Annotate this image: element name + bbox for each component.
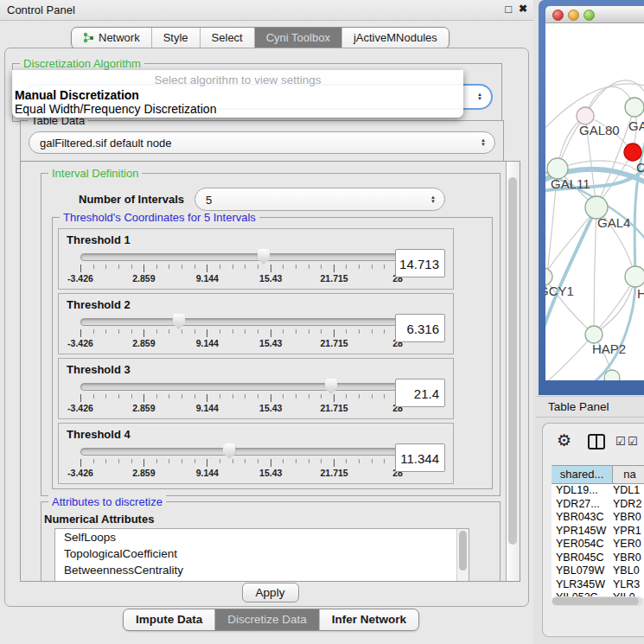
scrollbar-thumb[interactable] xyxy=(552,597,639,605)
network-graph[interactable]: GAL80GACGAL11GAL4GCY1HHAP2 xyxy=(545,23,644,380)
scrollbar-thumb[interactable] xyxy=(459,531,467,571)
tab-select[interactable]: Select xyxy=(200,28,254,48)
table-row[interactable]: YBR043C YBR0 xyxy=(552,511,644,525)
close-traffic-light[interactable] xyxy=(552,10,564,21)
threshold-panel: Threshold 2 -3.426 xyxy=(58,293,454,354)
tick-label: 2.859 xyxy=(132,403,155,413)
table-row[interactable]: YDR27... YDR2 xyxy=(552,498,644,512)
svg-text:GAL80: GAL80 xyxy=(579,123,620,137)
tab-cyni-toolbox[interactable]: Cyni Toolbox xyxy=(254,28,341,48)
settings-vertical-scrollbar[interactable] xyxy=(506,162,520,581)
threshold-panel: Threshold 4 -3.426 xyxy=(58,423,454,484)
table-cell: YPR145W xyxy=(552,525,613,539)
table-cell: YLR3 xyxy=(613,578,644,592)
number-of-intervals-combobox[interactable]: 5 ▲▼ xyxy=(194,188,445,211)
combo-value: 5 xyxy=(206,193,212,206)
apply-button[interactable]: Apply xyxy=(242,583,299,603)
threshold-slider[interactable]: -3.426 2.859 9.144 15.43 xyxy=(80,448,398,478)
slider-track[interactable] xyxy=(80,253,398,261)
threshold-label: Threshold 3 xyxy=(67,363,131,376)
tick-label: 15.43 xyxy=(259,273,282,284)
tab-discretize-data[interactable]: Discretize Data xyxy=(214,609,319,630)
network-canvas[interactable]: GAL80GACGAL11GAL4GCY1HHAP2 xyxy=(545,23,644,380)
control-panel-window: Control Panel □ ✖ Network Style Select C… xyxy=(0,0,536,644)
slider-thumb[interactable] xyxy=(172,314,185,329)
window-title: Control Panel xyxy=(7,3,75,16)
tab-label: jActiveMNodules xyxy=(354,31,437,44)
attribute-list-item[interactable]: BetweennessCentrality xyxy=(55,562,469,578)
tab-label: Network xyxy=(99,31,140,44)
tab-style[interactable]: Style xyxy=(151,28,200,48)
gear-icon[interactable]: ⚙ xyxy=(557,432,571,450)
threshold-slider[interactable]: -3.426 2.859 9.144 15.43 xyxy=(80,318,398,348)
slider-thumb[interactable] xyxy=(324,379,337,394)
threshold-value-field[interactable]: 6.316 xyxy=(395,314,445,342)
dropdown-option[interactable]: Equal Width/Frequency Discretization xyxy=(15,102,461,116)
svg-text:GAL11: GAL11 xyxy=(551,176,590,191)
table-panel: ⚙ ☑ ☑ shared... na YDL19... YDL1 xyxy=(542,423,644,637)
dropdown-option[interactable]: Manual Discretization xyxy=(15,88,461,102)
threshold-value-field[interactable]: 14.713 xyxy=(395,249,445,277)
checkbox-icon[interactable]: ☑ xyxy=(628,435,638,448)
checkbox-icon[interactable]: ☑ xyxy=(615,435,626,448)
close-window-icon[interactable]: ✖ xyxy=(519,3,527,15)
threshold-value-field[interactable]: 11.344 xyxy=(395,443,445,472)
threshold-slider[interactable]: -3.426 2.859 9.144 15.43 xyxy=(80,253,398,284)
slider-tick-labels: -3.426 2.859 9.144 15.43 xyxy=(80,468,398,478)
slider-tick-labels: -3.426 2.859 9.144 15.43 xyxy=(80,338,398,348)
table-cell: YBR0 xyxy=(613,511,644,525)
table-row[interactable]: YBR045C YBR0 xyxy=(552,552,644,565)
attributes-list-scrollbar[interactable] xyxy=(456,529,469,582)
tab-impute-data[interactable]: Impute Data xyxy=(124,609,214,630)
slider-tick-labels: -3.426 2.859 9.144 15.43 xyxy=(80,273,398,284)
table-row[interactable]: YER054C YER0 xyxy=(552,538,644,552)
threshold-value-field[interactable]: 21.4 xyxy=(395,379,445,407)
tick-label: -3.426 xyxy=(67,403,93,413)
tab-infer-network[interactable]: Infer Network xyxy=(319,609,418,630)
zoom-traffic-light[interactable] xyxy=(583,10,595,21)
slider-thumb[interactable] xyxy=(223,443,236,459)
tab-jactivemnodules[interactable]: jActiveMNodules xyxy=(341,28,449,48)
table-row[interactable]: YPR145W YPR1 xyxy=(552,525,644,539)
threshold-slider[interactable]: -3.426 2.859 9.144 15.43 xyxy=(80,383,398,413)
slider-track[interactable] xyxy=(80,383,398,391)
table-cell: YER0 xyxy=(613,538,644,552)
tab-label: Cyni Toolbox xyxy=(266,31,330,44)
table-toolbar: ⚙ ☑ ☑ xyxy=(543,429,644,460)
network-view-window: GAL80GACGAL11GAL4GCY1HHAP2 xyxy=(539,0,644,395)
table-horizontal-scrollbar[interactable] xyxy=(552,596,643,606)
table-cell: YDL19... xyxy=(552,484,613,498)
threshold-label: Threshold 4 xyxy=(67,428,131,441)
minimize-traffic-light[interactable] xyxy=(568,10,579,21)
screenshot-root: Control Panel □ ✖ Network Style Select C… xyxy=(0,0,644,644)
table-row[interactable]: YBL079W YBL0 xyxy=(552,564,644,578)
table-column-header[interactable]: na xyxy=(613,465,644,484)
svg-text:GAL4: GAL4 xyxy=(597,215,630,230)
network-icon xyxy=(83,32,94,43)
slider-track[interactable] xyxy=(80,318,398,326)
number-of-intervals-label: Number of Intervals xyxy=(79,193,184,206)
control-panel-titlebar: Control Panel □ ✖ xyxy=(0,0,536,21)
table-row[interactable]: YLR345W YLR3 xyxy=(552,578,644,592)
table-data-combobox[interactable]: galFiltered.sif default node ▲▼ xyxy=(29,131,495,154)
table-row[interactable]: YDL19... YDL1 xyxy=(552,484,644,498)
table-header-row: shared... na xyxy=(552,465,644,484)
slider-tick-labels: -3.426 2.859 9.144 15.43 xyxy=(80,403,398,413)
algorithm-dropdown-popup: Select algorithm to view settings Manual… xyxy=(12,70,463,118)
float-window-icon[interactable]: □ xyxy=(505,3,512,16)
scrollbar-thumb[interactable] xyxy=(508,177,517,545)
dropdown-options: Manual Discretization Equal Width/Freque… xyxy=(15,88,461,116)
cyni-toolbox-panel: Discretization Algorithm ▲▼ Select algor… xyxy=(4,48,529,607)
attribute-list-item[interactable]: TopologicalCoefficient xyxy=(55,545,469,562)
split-view-icon[interactable] xyxy=(588,434,605,450)
slider-thumb[interactable] xyxy=(257,249,270,265)
table-cell: YDR27... xyxy=(552,498,613,512)
table-cell: YER054C xyxy=(552,538,613,552)
table-cell: YBR043C xyxy=(552,511,613,525)
tab-network[interactable]: Network xyxy=(72,28,151,48)
table-column-header[interactable]: shared... xyxy=(552,465,613,484)
slider-track[interactable] xyxy=(80,448,398,456)
table-data-group: Table Data galFiltered.sif default node … xyxy=(20,120,504,162)
combo-value: galFiltered.sif default node xyxy=(40,137,171,150)
attribute-list-item[interactable]: SelfLoops xyxy=(55,529,469,545)
